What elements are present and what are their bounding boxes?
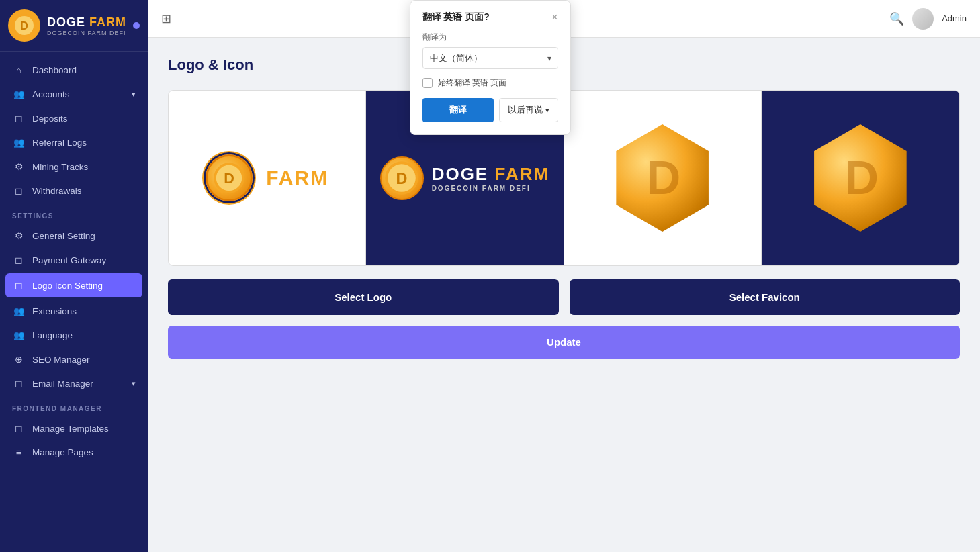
svg-text:D: D: [20, 20, 28, 32]
logo-card-1[interactable]: D FARM: [169, 91, 366, 265]
email-arrow: ▾: [132, 379, 136, 388]
sidebar-label-mining: Mining Tracks: [32, 162, 88, 172]
update-button[interactable]: Update: [168, 326, 960, 359]
sidebar-item-logo-icon[interactable]: ◻ Logo Icon Setting: [5, 273, 142, 297]
sidebar-item-withdrawals[interactable]: ◻ Withdrawals: [0, 179, 148, 203]
language-select[interactable]: 中文（简体）: [422, 47, 558, 69]
coin-icon-dark: D: [807, 124, 914, 232]
app-logo: D DOGE FARM DOGECOIN FARM DEFI: [0, 0, 148, 52]
sidebar-label-general: General Setting: [32, 231, 95, 241]
payment-icon: ◻: [12, 255, 26, 265]
app-name-white: DOGE: [47, 15, 85, 29]
sidebar-nav: ⌂ Dashboard 👥 Accounts ▾ ◻ Deposits 👥 Re…: [0, 52, 148, 552]
sidebar-label-pages: Manage Pages: [32, 447, 93, 457]
expand-icon[interactable]: ⊞: [161, 11, 171, 26]
language-select-wrapper: 中文（简体） ▾: [422, 47, 558, 69]
app-subtitle: DOGECOIN FARM DEFI: [47, 30, 126, 36]
sidebar-label-extensions: Extensions: [32, 306, 77, 316]
sidebar-label-templates: Manage Templates: [32, 424, 109, 434]
translate-popup-title: 翻译 英语 页面?: [422, 11, 490, 24]
home-icon: ⌂: [12, 65, 26, 75]
topbar-right: 🔍 Admin: [889, 8, 967, 30]
frontend-section-label: FRONTEND MANAGER: [0, 396, 148, 416]
sidebar-label-payment: Payment Gateway: [32, 255, 106, 265]
translate-popup-header: 翻译 英语 页面? ×: [422, 11, 558, 24]
record-dot: [133, 22, 140, 29]
always-translate-label: 始终翻译 英语 页面: [438, 77, 507, 89]
templates-icon: ◻: [12, 423, 26, 434]
pages-icon: ≡: [12, 447, 26, 457]
translate-actions: 翻译 以后再说 ▾: [422, 98, 558, 122]
email-icon: ◻: [12, 378, 26, 389]
svg-text:D: D: [224, 170, 234, 187]
sidebar: D DOGE FARM DOGECOIN FARM DEFI ⌂ Dashboa…: [0, 0, 148, 552]
app-logo-icon: D: [8, 9, 40, 42]
mining-icon: ⚙: [12, 161, 26, 172]
sidebar-label-accounts: Accounts: [32, 89, 70, 99]
logo-icon: ◻: [12, 280, 26, 291]
sidebar-item-extensions[interactable]: 👥 Extensions: [0, 299, 148, 323]
sidebar-item-mining-tracks[interactable]: ⚙ Mining Tracks: [0, 154, 148, 179]
sidebar-label-referral: Referral Logs: [32, 138, 87, 148]
sidebar-item-accounts[interactable]: 👥 Accounts ▾: [0, 82, 148, 106]
sidebar-item-manage-templates[interactable]: ◻ Manage Templates: [0, 416, 148, 441]
sidebar-item-referral-logs[interactable]: 👥 Referral Logs: [0, 130, 148, 154]
sidebar-item-deposits[interactable]: ◻ Deposits: [0, 106, 148, 130]
always-translate-checkbox[interactable]: [422, 78, 433, 88]
language-icon: 👥: [12, 330, 26, 340]
later-arrow-icon: ▾: [545, 106, 549, 115]
sidebar-label-language: Language: [32, 330, 73, 340]
action-row: Select Logo Select Favicon: [168, 279, 960, 315]
logo-card-4[interactable]: D: [762, 91, 959, 265]
always-translate-row: 始终翻译 英语 页面: [422, 77, 558, 89]
app-name-orange: FARM: [89, 15, 126, 29]
logo2-subtitle: DOGECOIN FARM DEFI: [432, 185, 549, 192]
coin-icon-light: D: [609, 124, 716, 232]
topbar-left: ⊞: [161, 11, 171, 26]
later-button[interactable]: 以后再说 ▾: [499, 98, 558, 122]
logo2-texts: DOGE FARM DOGECOIN FARM DEFI: [432, 164, 549, 192]
topbar-username: Admin: [942, 13, 967, 24]
logo2-icon: D: [380, 156, 424, 200]
sidebar-label-withdrawals: Withdrawals: [32, 186, 82, 196]
logo-card-3[interactable]: D: [564, 91, 762, 265]
select-logo-button[interactable]: Select Logo: [168, 279, 559, 315]
accounts-arrow: ▾: [132, 90, 136, 99]
sidebar-label-email: Email Manager: [32, 379, 93, 389]
sidebar-label-logo: Logo Icon Setting: [32, 281, 103, 291]
withdrawals-icon: ◻: [12, 185, 26, 196]
sidebar-label-deposits: Deposits: [32, 113, 68, 124]
referral-icon: 👥: [12, 137, 26, 148]
app-name: DOGE FARM DOGECOIN FARM DEFI: [47, 15, 126, 36]
translate-button[interactable]: 翻译: [422, 98, 494, 122]
gear-icon: ⚙: [12, 230, 26, 241]
sidebar-item-payment-gateway[interactable]: ◻ Payment Gateway: [0, 248, 148, 272]
close-icon[interactable]: ×: [551, 12, 558, 23]
sidebar-item-general-setting[interactable]: ⚙ General Setting: [0, 224, 148, 248]
search-icon[interactable]: 🔍: [889, 11, 904, 26]
settings-section-label: SETTINGS: [0, 203, 148, 224]
logo2-content: D DOGE FARM DOGECOIN FARM DEFI: [380, 156, 549, 200]
avatar: [912, 8, 934, 30]
extensions-icon: 👥: [12, 306, 26, 316]
later-button-label: 以后再说: [508, 104, 543, 116]
logo1-content: D FARM: [206, 154, 328, 201]
sidebar-label-seo: SEO Manager: [32, 355, 90, 365]
sidebar-item-manage-pages[interactable]: ≡ Manage Pages: [0, 441, 148, 464]
sidebar-label-dashboard: Dashboard: [32, 65, 77, 75]
seo-icon: ⊕: [12, 354, 26, 365]
svg-text:D: D: [396, 170, 408, 187]
translate-to-label: 翻译为: [422, 32, 558, 43]
sidebar-item-seo[interactable]: ⊕ SEO Manager: [0, 347, 148, 371]
deposits-icon: ◻: [12, 113, 26, 124]
logo2-title: DOGE FARM: [432, 164, 549, 185]
logo1-icon: D: [206, 154, 253, 201]
accounts-icon: 👥: [12, 89, 26, 99]
translate-popup: 翻译 英语 页面? × 翻译为 中文（简体） ▾ 始终翻译 英语 页面 翻译 以…: [410, 0, 571, 135]
select-favicon-button[interactable]: Select Favicon: [570, 279, 961, 315]
sidebar-item-email[interactable]: ◻ Email Manager ▾: [0, 371, 148, 396]
sidebar-item-language[interactable]: 👥 Language: [0, 323, 148, 347]
logo1-text: FARM: [266, 167, 328, 189]
sidebar-item-dashboard[interactable]: ⌂ Dashboard: [0, 58, 148, 82]
